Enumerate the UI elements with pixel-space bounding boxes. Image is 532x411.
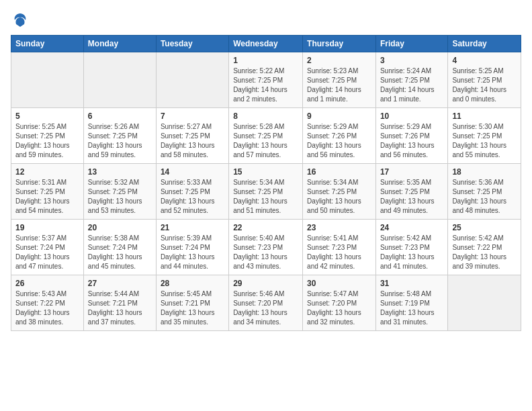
day-info: Sunrise: 5:34 AM Sunset: 7:25 PM Dayligh… bbox=[233, 178, 298, 216]
calendar-cell bbox=[448, 275, 521, 331]
day-info: Sunrise: 5:24 AM Sunset: 7:25 PM Dayligh… bbox=[380, 66, 443, 104]
day-number: 24 bbox=[380, 223, 443, 232]
calendar-week-row: 26Sunrise: 5:43 AM Sunset: 7:22 PM Dayli… bbox=[11, 275, 521, 331]
day-number: 15 bbox=[233, 167, 298, 177]
day-number: 3 bbox=[380, 56, 443, 65]
day-number: 30 bbox=[307, 279, 371, 288]
day-number: 5 bbox=[15, 111, 79, 121]
day-number: 28 bbox=[161, 279, 224, 288]
day-number: 10 bbox=[380, 111, 443, 121]
day-info: Sunrise: 5:22 AM Sunset: 7:25 PM Dayligh… bbox=[233, 66, 298, 104]
calendar-cell: 9Sunrise: 5:29 AM Sunset: 7:26 PM Daylig… bbox=[303, 108, 376, 164]
column-header-wednesday: Wednesday bbox=[229, 36, 303, 52]
page-header bbox=[11, 11, 521, 30]
calendar-cell: 4Sunrise: 5:25 AM Sunset: 7:25 PM Daylig… bbox=[448, 52, 521, 108]
day-number: 11 bbox=[452, 111, 517, 121]
column-header-monday: Monday bbox=[83, 36, 156, 52]
calendar-cell bbox=[11, 52, 84, 108]
calendar-cell: 31Sunrise: 5:48 AM Sunset: 7:19 PM Dayli… bbox=[375, 275, 447, 331]
calendar-week-row: 12Sunrise: 5:31 AM Sunset: 7:25 PM Dayli… bbox=[11, 164, 521, 220]
day-number: 7 bbox=[161, 111, 224, 121]
day-number: 25 bbox=[452, 223, 517, 232]
calendar-cell: 20Sunrise: 5:38 AM Sunset: 7:24 PM Dayli… bbox=[83, 220, 156, 275]
day-info: Sunrise: 5:37 AM Sunset: 7:24 PM Dayligh… bbox=[15, 234, 79, 271]
day-number: 31 bbox=[380, 279, 443, 288]
column-header-friday: Friday bbox=[375, 36, 447, 52]
day-info: Sunrise: 5:25 AM Sunset: 7:25 PM Dayligh… bbox=[15, 122, 79, 160]
logo-icon bbox=[11, 11, 30, 30]
day-info: Sunrise: 5:46 AM Sunset: 7:20 PM Dayligh… bbox=[233, 289, 298, 327]
calendar-cell: 25Sunrise: 5:42 AM Sunset: 7:22 PM Dayli… bbox=[448, 220, 521, 275]
day-number: 8 bbox=[233, 111, 298, 121]
calendar-cell: 2Sunrise: 5:23 AM Sunset: 7:25 PM Daylig… bbox=[303, 52, 376, 108]
day-number: 6 bbox=[88, 111, 152, 121]
day-number: 9 bbox=[307, 111, 371, 121]
day-number: 27 bbox=[88, 279, 152, 288]
day-info: Sunrise: 5:40 AM Sunset: 7:23 PM Dayligh… bbox=[233, 234, 298, 271]
day-info: Sunrise: 5:45 AM Sunset: 7:21 PM Dayligh… bbox=[161, 289, 224, 327]
calendar-cell: 3Sunrise: 5:24 AM Sunset: 7:25 PM Daylig… bbox=[375, 52, 447, 108]
day-number: 13 bbox=[88, 167, 152, 177]
day-info: Sunrise: 5:27 AM Sunset: 7:25 PM Dayligh… bbox=[161, 122, 224, 160]
calendar-cell: 1Sunrise: 5:22 AM Sunset: 7:25 PM Daylig… bbox=[229, 52, 303, 108]
calendar-cell: 27Sunrise: 5:44 AM Sunset: 7:21 PM Dayli… bbox=[83, 275, 156, 331]
day-info: Sunrise: 5:34 AM Sunset: 7:25 PM Dayligh… bbox=[307, 178, 371, 216]
day-number: 26 bbox=[15, 279, 79, 288]
day-number: 17 bbox=[380, 167, 443, 177]
day-number: 2 bbox=[307, 56, 371, 65]
day-number: 20 bbox=[88, 223, 152, 232]
logo bbox=[11, 11, 32, 30]
calendar-cell: 22Sunrise: 5:40 AM Sunset: 7:23 PM Dayli… bbox=[229, 220, 303, 275]
calendar-cell: 19Sunrise: 5:37 AM Sunset: 7:24 PM Dayli… bbox=[11, 220, 84, 275]
day-info: Sunrise: 5:42 AM Sunset: 7:23 PM Dayligh… bbox=[380, 234, 443, 271]
day-info: Sunrise: 5:48 AM Sunset: 7:19 PM Dayligh… bbox=[380, 289, 443, 327]
calendar-cell bbox=[83, 52, 156, 108]
column-header-saturday: Saturday bbox=[448, 36, 521, 52]
day-info: Sunrise: 5:31 AM Sunset: 7:25 PM Dayligh… bbox=[15, 178, 79, 216]
day-number: 16 bbox=[307, 167, 371, 177]
calendar-cell: 13Sunrise: 5:32 AM Sunset: 7:25 PM Dayli… bbox=[83, 164, 156, 220]
calendar-week-row: 5Sunrise: 5:25 AM Sunset: 7:25 PM Daylig… bbox=[11, 108, 521, 164]
calendar-header-row: SundayMondayTuesdayWednesdayThursdayFrid… bbox=[11, 36, 521, 52]
day-info: Sunrise: 5:41 AM Sunset: 7:23 PM Dayligh… bbox=[307, 234, 371, 271]
calendar-cell: 30Sunrise: 5:47 AM Sunset: 7:20 PM Dayli… bbox=[303, 275, 376, 331]
calendar-cell: 14Sunrise: 5:33 AM Sunset: 7:25 PM Dayli… bbox=[156, 164, 228, 220]
day-info: Sunrise: 5:44 AM Sunset: 7:21 PM Dayligh… bbox=[88, 289, 152, 327]
day-info: Sunrise: 5:38 AM Sunset: 7:24 PM Dayligh… bbox=[88, 234, 152, 271]
calendar-cell: 26Sunrise: 5:43 AM Sunset: 7:22 PM Dayli… bbox=[11, 275, 84, 331]
day-info: Sunrise: 5:36 AM Sunset: 7:25 PM Dayligh… bbox=[452, 178, 517, 216]
calendar-cell: 7Sunrise: 5:27 AM Sunset: 7:25 PM Daylig… bbox=[156, 108, 228, 164]
day-info: Sunrise: 5:42 AM Sunset: 7:22 PM Dayligh… bbox=[452, 234, 517, 271]
calendar-cell: 12Sunrise: 5:31 AM Sunset: 7:25 PM Dayli… bbox=[11, 164, 84, 220]
day-info: Sunrise: 5:25 AM Sunset: 7:25 PM Dayligh… bbox=[452, 66, 517, 104]
day-number: 19 bbox=[15, 223, 79, 232]
calendar-week-row: 19Sunrise: 5:37 AM Sunset: 7:24 PM Dayli… bbox=[11, 220, 521, 275]
calendar-cell: 11Sunrise: 5:30 AM Sunset: 7:25 PM Dayli… bbox=[448, 108, 521, 164]
day-number: 22 bbox=[233, 223, 298, 232]
calendar-cell: 24Sunrise: 5:42 AM Sunset: 7:23 PM Dayli… bbox=[375, 220, 447, 275]
calendar-cell: 15Sunrise: 5:34 AM Sunset: 7:25 PM Dayli… bbox=[229, 164, 303, 220]
calendar-week-row: 1Sunrise: 5:22 AM Sunset: 7:25 PM Daylig… bbox=[11, 52, 521, 108]
day-info: Sunrise: 5:39 AM Sunset: 7:24 PM Dayligh… bbox=[161, 234, 224, 271]
day-info: Sunrise: 5:32 AM Sunset: 7:25 PM Dayligh… bbox=[88, 178, 152, 216]
day-info: Sunrise: 5:23 AM Sunset: 7:25 PM Dayligh… bbox=[307, 66, 371, 104]
day-number: 12 bbox=[15, 167, 79, 177]
day-number: 4 bbox=[452, 56, 517, 65]
day-number: 21 bbox=[161, 223, 224, 232]
calendar-cell: 17Sunrise: 5:35 AM Sunset: 7:25 PM Dayli… bbox=[375, 164, 447, 220]
day-number: 14 bbox=[161, 167, 224, 177]
day-info: Sunrise: 5:35 AM Sunset: 7:25 PM Dayligh… bbox=[380, 178, 443, 216]
day-info: Sunrise: 5:33 AM Sunset: 7:25 PM Dayligh… bbox=[161, 178, 224, 216]
column-header-sunday: Sunday bbox=[11, 36, 84, 52]
day-info: Sunrise: 5:26 AM Sunset: 7:25 PM Dayligh… bbox=[88, 122, 152, 160]
day-number: 29 bbox=[233, 279, 298, 288]
day-info: Sunrise: 5:43 AM Sunset: 7:22 PM Dayligh… bbox=[15, 289, 79, 327]
calendar-cell: 28Sunrise: 5:45 AM Sunset: 7:21 PM Dayli… bbox=[156, 275, 228, 331]
calendar-table: SundayMondayTuesdayWednesdayThursdayFrid… bbox=[11, 35, 521, 331]
day-info: Sunrise: 5:29 AM Sunset: 7:26 PM Dayligh… bbox=[307, 122, 371, 160]
day-number: 23 bbox=[307, 223, 371, 232]
calendar-cell bbox=[156, 52, 228, 108]
calendar-cell: 6Sunrise: 5:26 AM Sunset: 7:25 PM Daylig… bbox=[83, 108, 156, 164]
day-number: 1 bbox=[233, 56, 298, 65]
calendar-cell: 16Sunrise: 5:34 AM Sunset: 7:25 PM Dayli… bbox=[303, 164, 376, 220]
